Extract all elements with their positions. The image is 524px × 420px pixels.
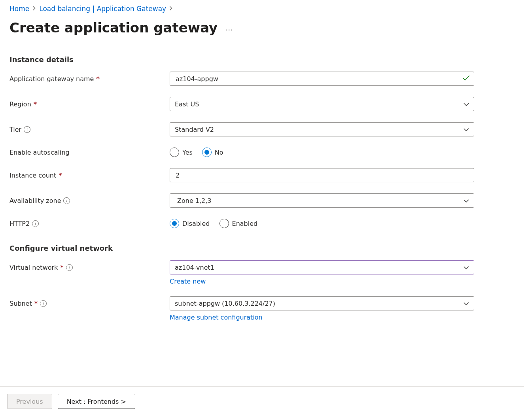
instance-count-input[interactable] xyxy=(170,168,474,182)
availability-zone-select[interactable]: Zone 1,2,3 xyxy=(170,193,474,208)
radio-checked-icon xyxy=(202,148,212,157)
tier-label: Tier xyxy=(9,126,21,133)
virtual-network-select[interactable]: az104-vnet1 xyxy=(170,260,474,274)
instance-count-label: Instance count xyxy=(9,172,56,179)
tier-select[interactable]: Standard V2 xyxy=(170,122,474,136)
section-title-vnet: Configure virtual network xyxy=(9,244,496,252)
instance-count-field[interactable] xyxy=(175,171,469,180)
chevron-right-icon xyxy=(169,5,173,12)
region-label: Region xyxy=(9,100,31,108)
required-asterisk: * xyxy=(34,100,37,108)
http2-enabled-radio[interactable]: Enabled xyxy=(219,219,258,228)
breadcrumb: Home Load balancing | Application Gatewa… xyxy=(9,4,496,13)
autoscaling-yes-radio[interactable]: Yes xyxy=(170,148,193,157)
radio-icon xyxy=(170,148,179,157)
required-asterisk: * xyxy=(34,300,38,307)
availability-zone-value: Zone 1,2,3 xyxy=(175,197,212,204)
info-icon[interactable]: i xyxy=(40,300,47,307)
required-asterisk: * xyxy=(59,172,62,179)
http2-enabled-label: Enabled xyxy=(232,220,258,227)
required-asterisk: * xyxy=(96,75,99,83)
autoscaling-no-radio[interactable]: No xyxy=(202,148,223,157)
info-icon[interactable]: i xyxy=(32,220,39,227)
availability-zone-label: Availability zone xyxy=(9,197,61,204)
instance-details-section: Instance details Application gateway nam… xyxy=(9,55,496,228)
section-title-instance-details: Instance details xyxy=(9,55,496,64)
region-value: East US xyxy=(175,100,199,108)
chevron-down-icon xyxy=(463,126,469,133)
manage-subnet-link[interactable]: Manage subnet configuration xyxy=(170,314,263,321)
tier-value: Standard V2 xyxy=(175,126,214,133)
http2-label: HTTP2 xyxy=(9,220,30,227)
configure-vnet-section: Configure virtual network Virtual networ… xyxy=(9,244,496,321)
chevron-down-icon xyxy=(463,100,469,108)
autoscaling-label: Enable autoscaling xyxy=(9,149,70,156)
subnet-select[interactable]: subnet-appgw (10.60.3.224/27) xyxy=(170,296,474,310)
footer-bar: Previous Next : Frontends > xyxy=(0,386,524,392)
create-new-vnet-link[interactable]: Create new xyxy=(170,278,206,285)
radio-icon xyxy=(219,219,229,228)
chevron-down-icon xyxy=(463,197,469,204)
breadcrumb-home[interactable]: Home xyxy=(9,5,29,13)
more-icon[interactable]: … xyxy=(225,24,233,32)
gateway-name-label: Application gateway name xyxy=(9,75,94,83)
gateway-name-field[interactable] xyxy=(175,75,469,83)
subnet-label: Subnet xyxy=(9,300,32,307)
virtual-network-value: az104-vnet1 xyxy=(175,264,214,271)
autoscaling-yes-label: Yes xyxy=(182,149,193,156)
subnet-value: subnet-appgw (10.60.3.224/27) xyxy=(175,300,275,307)
gateway-name-input[interactable] xyxy=(170,72,474,86)
check-icon xyxy=(463,75,470,83)
virtual-network-label: Virtual network xyxy=(9,264,58,271)
http2-disabled-radio[interactable]: Disabled xyxy=(170,219,210,228)
region-select[interactable]: East US xyxy=(170,97,474,111)
info-icon[interactable]: i xyxy=(24,126,30,133)
radio-checked-icon xyxy=(170,219,179,228)
autoscaling-no-label: No xyxy=(215,149,223,156)
chevron-down-icon xyxy=(463,300,469,307)
page-title: Create application gateway xyxy=(9,20,218,36)
chevron-down-icon xyxy=(463,264,469,271)
chevron-right-icon xyxy=(32,5,36,12)
required-asterisk: * xyxy=(60,264,63,271)
info-icon[interactable]: i xyxy=(66,264,73,271)
http2-disabled-label: Disabled xyxy=(182,220,210,227)
info-icon[interactable]: i xyxy=(63,197,70,204)
breadcrumb-load-balancing[interactable]: Load balancing | Application Gateway xyxy=(39,5,166,13)
